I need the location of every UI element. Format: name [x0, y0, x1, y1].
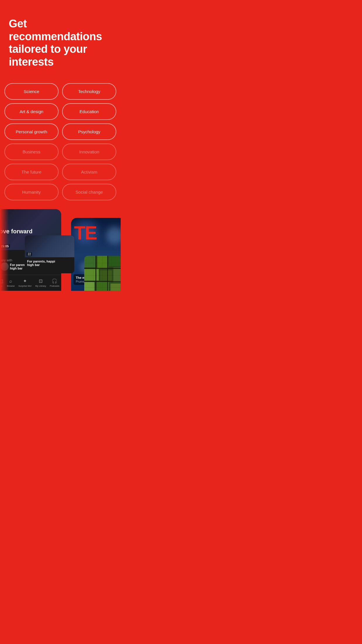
- interest-business[interactable]: Business: [4, 144, 59, 160]
- nav-library-label: My Library: [35, 285, 46, 287]
- middle-info: For parents, happi high bar: [25, 257, 74, 269]
- nav-podcasts[interactable]: 🎧 Podcasts: [50, 278, 59, 287]
- left-fade: [0, 209, 9, 291]
- page-headline: Get recommendations tailored to your int…: [9, 18, 112, 69]
- interests-grid: Science Technology Art & design Educatio…: [0, 80, 121, 206]
- ted-logo: TE: [74, 224, 97, 242]
- aerial-svg: [84, 256, 121, 291]
- interest-art-design[interactable]: Art & design: [4, 103, 59, 120]
- middle-duration: 22: [27, 252, 32, 256]
- svg-rect-3: [109, 256, 121, 266]
- svg-rect-1: [84, 256, 96, 267]
- nav-podcasts-label: Podcasts: [50, 285, 59, 287]
- bottom-device-overlay: 15:05 ove forward any with: [0, 209, 121, 291]
- bottom-navigation: ◫ ks ⌕ Browse ✦ Surprise Me! ⊡ My Librar…: [0, 275, 61, 291]
- browse-icon: ⌕: [9, 279, 12, 284]
- interest-social-change[interactable]: Social change: [62, 184, 116, 200]
- interest-technology[interactable]: Technology: [62, 83, 116, 100]
- nav-library[interactable]: ⊡ My Library: [35, 278, 46, 287]
- interest-innovation[interactable]: Innovation: [62, 144, 116, 160]
- svg-rect-5: [100, 270, 112, 281]
- header-section: Get recommendations tailored to your int…: [0, 0, 121, 80]
- aerial-card: [84, 256, 121, 291]
- podcasts-icon: 🎧: [52, 278, 57, 284]
- middle-thumb: 22: [25, 235, 74, 257]
- library-icon: ⊡: [39, 278, 43, 284]
- bokeh-2: [106, 227, 121, 244]
- interest-the-future[interactable]: The future: [4, 164, 59, 180]
- interest-education[interactable]: Education: [62, 103, 116, 120]
- nav-surprise[interactable]: ✦ Surprise Me!: [18, 278, 31, 287]
- interest-personal-growth[interactable]: Personal growth: [4, 123, 59, 140]
- svg-rect-8: [96, 282, 109, 291]
- svg-rect-7: [84, 282, 94, 291]
- interest-science[interactable]: Science: [4, 83, 59, 100]
- middle-title: For parents, happi: [27, 260, 72, 263]
- svg-rect-4: [84, 269, 99, 281]
- svg-rect-6: [113, 267, 121, 282]
- interest-psychology[interactable]: Psychology: [62, 123, 116, 140]
- interest-activism[interactable]: Activism: [62, 164, 116, 180]
- middle-title2: high bar: [27, 263, 72, 267]
- interest-humanity[interactable]: Humanity: [4, 184, 59, 200]
- svg-rect-0: [84, 256, 121, 291]
- ted-text: TE: [74, 223, 97, 244]
- middle-card: 22 For parents, happi high bar: [25, 235, 74, 273]
- nav-surprise-label: Surprise Me!: [18, 285, 31, 287]
- page-container: Get recommendations tailored to your int…: [0, 0, 121, 291]
- surprise-icon: ✦: [23, 278, 27, 284]
- svg-rect-2: [97, 256, 108, 269]
- aerial-thumbnail: [84, 256, 121, 291]
- svg-rect-9: [110, 284, 121, 291]
- scroll-text: ove forward: [0, 228, 59, 235]
